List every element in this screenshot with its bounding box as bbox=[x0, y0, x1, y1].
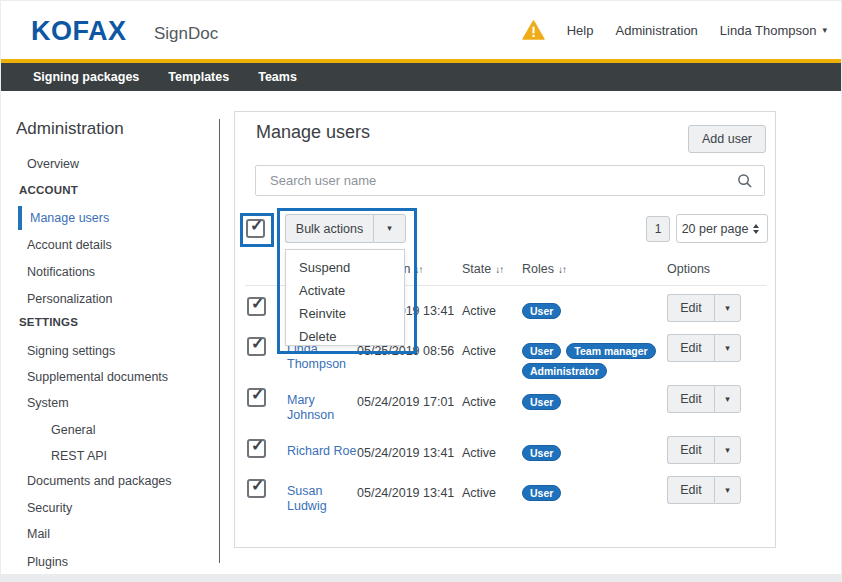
checkmark-icon: ✓ bbox=[250, 216, 263, 235]
per-page-value: 20 per page bbox=[677, 222, 753, 236]
edit-button[interactable]: Edit bbox=[667, 334, 714, 362]
table-row: ✓ Richard Roe 05/24/2019 13:41 Active Us… bbox=[235, 436, 775, 480]
sidebar-item-documents-and-packages[interactable]: Documents and packages bbox=[27, 474, 172, 488]
chevron-down-icon: ▾ bbox=[725, 395, 730, 404]
chevron-down-icon: ▾ bbox=[725, 486, 730, 495]
search-input[interactable] bbox=[256, 173, 737, 188]
sidebar-item-manage-users[interactable]: Manage users bbox=[18, 206, 109, 230]
sidebar-section-account: ACCOUNT bbox=[19, 184, 78, 196]
menu-item-delete[interactable]: Delete bbox=[286, 325, 404, 348]
nav-signing-packages[interactable]: Signing packages bbox=[33, 70, 139, 84]
chevron-down-icon: ▾ bbox=[725, 446, 730, 455]
sidebar-item-personalization[interactable]: Personalization bbox=[27, 292, 112, 306]
edit-toggle[interactable]: ▾ bbox=[714, 385, 741, 413]
administration-link[interactable]: Administration bbox=[615, 23, 697, 38]
menu-item-activate[interactable]: Activate bbox=[286, 279, 404, 302]
app-window: KOFAX SignDoc Help Administration Linda … bbox=[0, 0, 842, 582]
sidebar-section-settings: SETTINGS bbox=[19, 316, 78, 328]
user-name-link[interactable]: Mary Johnson bbox=[287, 393, 359, 423]
product-name: SignDoc bbox=[154, 24, 218, 44]
sidebar-item-notifications[interactable]: Notifications bbox=[27, 265, 95, 279]
edit-toggle[interactable]: ▾ bbox=[714, 436, 741, 464]
column-roles[interactable]: Roles↓↑ bbox=[522, 262, 566, 276]
menu-item-reinvite[interactable]: Reinvite bbox=[286, 302, 404, 325]
help-link[interactable]: Help bbox=[567, 23, 594, 38]
bulk-actions-toggle[interactable]: ▾ bbox=[373, 214, 406, 243]
checkmark-icon: ✓ bbox=[251, 476, 264, 495]
search-icon[interactable] bbox=[737, 173, 752, 188]
roles-cell: User bbox=[522, 445, 672, 461]
role-badge: User bbox=[522, 343, 561, 359]
edit-split-button: Edit ▾ bbox=[667, 476, 741, 504]
sidebar-item-plugins[interactable]: Plugins bbox=[27, 555, 68, 569]
edit-split-button: Edit ▾ bbox=[667, 294, 741, 322]
state-value: Active bbox=[462, 395, 496, 409]
role-badge: User bbox=[522, 485, 561, 501]
checkmark-icon: ✓ bbox=[251, 294, 264, 313]
manage-users-panel: Manage users Add user ✓ Bulk actions ▾ bbox=[234, 111, 776, 548]
sidebar-item-account-details[interactable]: Account details bbox=[27, 238, 112, 252]
state-value: Active bbox=[462, 486, 496, 500]
chevron-down-icon: ▾ bbox=[725, 344, 730, 353]
select-arrows-icon bbox=[753, 224, 759, 234]
sidebar-item-supplemental-documents[interactable]: Supplemental documents bbox=[27, 370, 168, 384]
checkmark-icon: ✓ bbox=[251, 334, 264, 353]
header-actions: Help Administration Linda Thompson ▾ bbox=[522, 1, 827, 59]
column-options: Options bbox=[667, 262, 710, 276]
sort-icon: ↓↑ bbox=[558, 264, 566, 275]
role-badge: User bbox=[522, 303, 561, 319]
sort-icon: ↓↑ bbox=[415, 264, 423, 275]
table-row: ✓ Mary Johnson 05/24/2019 17:01 Active U… bbox=[235, 385, 775, 429]
chevron-down-icon: ▾ bbox=[387, 224, 392, 233]
edit-button[interactable]: Edit bbox=[667, 476, 714, 504]
user-name-link[interactable]: Susan Ludwig bbox=[287, 484, 359, 514]
select-all-checkbox[interactable]: ✓ bbox=[246, 219, 265, 238]
menu-item-suspend[interactable]: Suspend bbox=[286, 256, 404, 279]
roles-cell: User bbox=[522, 394, 672, 410]
user-menu[interactable]: Linda Thompson ▾ bbox=[720, 23, 827, 38]
edit-toggle[interactable]: ▾ bbox=[714, 476, 741, 504]
roles-cell: User bbox=[522, 303, 672, 319]
edit-split-button: Edit ▾ bbox=[667, 385, 741, 413]
bulk-actions-split-button: Bulk actions ▾ bbox=[285, 214, 406, 243]
nav-templates[interactable]: Templates bbox=[168, 70, 229, 84]
state-value: Active bbox=[462, 446, 496, 460]
edit-toggle[interactable]: ▾ bbox=[714, 294, 741, 322]
sidebar-item-security[interactable]: Security bbox=[27, 501, 72, 515]
checkmark-icon: ✓ bbox=[251, 436, 264, 455]
warning-icon[interactable] bbox=[522, 20, 545, 40]
sidebar-item-signing-settings[interactable]: Signing settings bbox=[27, 344, 115, 358]
column-state[interactable]: State↓↑ bbox=[462, 262, 503, 276]
chevron-down-icon: ▾ bbox=[822, 26, 827, 35]
last-login-value: 05/24/2019 17:01 bbox=[357, 395, 454, 409]
edit-button[interactable]: Edit bbox=[667, 385, 714, 413]
sidebar-item-system[interactable]: System bbox=[27, 396, 69, 410]
page-title: Manage users bbox=[256, 122, 370, 143]
table-row: ✓ Susan Ludwig 05/24/2019 13:41 Active U… bbox=[235, 476, 775, 520]
user-name-link[interactable]: Richard Roe bbox=[287, 444, 359, 459]
bulk-actions-menu: Suspend Activate Reinvite Delete bbox=[285, 249, 405, 346]
admin-sidebar: Administration Overview ACCOUNT Manage u… bbox=[1, 91, 219, 574]
page-number-button[interactable]: 1 bbox=[646, 216, 670, 242]
state-value: Active bbox=[462, 304, 496, 318]
bulk-actions-button[interactable]: Bulk actions bbox=[285, 214, 373, 243]
per-page-select[interactable]: 20 per page bbox=[676, 214, 768, 243]
sidebar-item-mail[interactable]: Mail bbox=[27, 527, 50, 541]
sort-icon: ↓↑ bbox=[495, 264, 503, 275]
add-user-button[interactable]: Add user bbox=[688, 125, 766, 153]
edit-toggle[interactable]: ▾ bbox=[714, 334, 741, 362]
row-checkbox[interactable]: ✓ bbox=[247, 439, 266, 458]
row-checkbox[interactable]: ✓ bbox=[247, 337, 266, 356]
sidebar-item-rest-api[interactable]: REST API bbox=[51, 449, 107, 463]
role-badge: Team manager bbox=[566, 343, 655, 359]
edit-button[interactable]: Edit bbox=[667, 436, 714, 464]
nav-teams[interactable]: Teams bbox=[258, 70, 297, 84]
edit-button[interactable]: Edit bbox=[667, 294, 714, 322]
state-value: Active bbox=[462, 344, 496, 358]
row-checkbox[interactable]: ✓ bbox=[247, 297, 266, 316]
row-checkbox[interactable]: ✓ bbox=[247, 479, 266, 498]
sidebar-divider bbox=[219, 119, 220, 563]
row-checkbox[interactable]: ✓ bbox=[247, 388, 266, 407]
sidebar-item-overview[interactable]: Overview bbox=[27, 157, 79, 171]
sidebar-item-general[interactable]: General bbox=[51, 423, 95, 437]
